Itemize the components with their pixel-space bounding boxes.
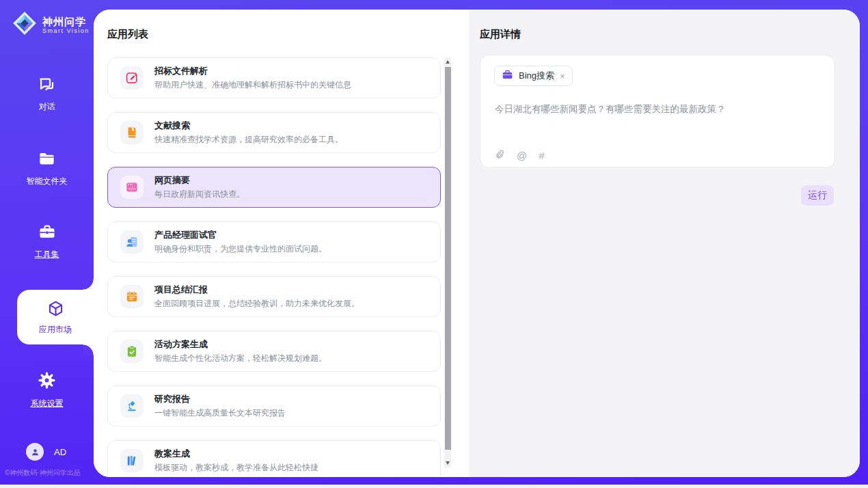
brand-subtitle: Smart Vision xyxy=(42,27,90,34)
toolbox-icon xyxy=(38,222,57,243)
tab-curve-bottom xyxy=(83,344,94,355)
hash-icon[interactable]: # xyxy=(539,150,544,161)
sidebar-item-label: 智能文件夹 xyxy=(27,176,68,187)
app-card-bid-analysis[interactable]: 招标文件解析 帮助用户快速、准确地理解和解析招标书中的关键信息 xyxy=(107,57,441,98)
scroll-down-icon[interactable] xyxy=(444,459,451,467)
app-card-title: 网页摘要 xyxy=(154,174,245,187)
diamond-logo-icon xyxy=(12,10,38,39)
attachment-toolbar: @ # xyxy=(494,149,545,162)
sidebar-item-label: 工具集 xyxy=(35,249,59,260)
app-card-web-summary[interactable]: </> 网页摘要 每日政府新闻资讯快查。 xyxy=(107,167,441,208)
prompt-card: Bing搜索 × 今日湖北有哪些新闻要点？有哪些需要关注的最新政策？ @ # xyxy=(480,55,835,168)
app-card-desc: 全面回顾项目进展，总结经验教训，助力未来优化发展。 xyxy=(154,298,360,310)
clipboard-check-icon xyxy=(120,340,144,363)
cube-icon xyxy=(46,299,65,320)
app-card-literature-search[interactable]: 文献搜索 快速精准查找学术资源，提高研究效率的必备工具。 xyxy=(107,112,441,153)
app-card-pm-interviewer[interactable]: 产品经理面试官 明确身份和职责，为您提供专业性的面试问题。 xyxy=(107,221,441,262)
app-card-desc: 每日政府新闻资讯快查。 xyxy=(154,189,245,200)
app-card-lesson-plan[interactable]: 教案生成 模板驱动，教案秒成，教学准备从此轻松快捷 xyxy=(107,440,441,477)
brand-name: 神州问学 xyxy=(42,16,90,27)
app-card-research-report[interactable]: 研究报告 一键智能生成高质量长文本研究报告 xyxy=(107,385,441,426)
app-card-desc: 快速精准查找学术资源，提高研究效率的必备工具。 xyxy=(154,134,343,146)
tab-curve-top xyxy=(83,279,94,290)
app-card-title: 招标文件解析 xyxy=(154,65,351,77)
app-card-title: 教案生成 xyxy=(154,448,318,460)
app-detail-title: 应用详情 xyxy=(480,28,521,41)
app-card-event-plan[interactable]: 活动方案生成 智能生成个性化活动方案，轻松解决规划难题。 xyxy=(107,331,441,372)
sidebar-item-label: 应用市场 xyxy=(39,324,72,336)
sidebar-item-smart-folder[interactable]: 智能文件夹 xyxy=(0,150,94,187)
sidebar-item-label: 系统设置 xyxy=(31,398,64,409)
sidebar-item-app-market[interactable]: 应用市场 xyxy=(17,290,94,344)
app-list-pane: 应用列表 招标文件解析 帮助用户快速、准确地理解和解析招标书中的关键信息 xyxy=(94,10,469,477)
close-icon[interactable]: × xyxy=(560,72,565,81)
avatar xyxy=(26,443,44,461)
sidebar-item-chat[interactable]: 对话 xyxy=(0,75,94,113)
scroll-up-icon[interactable] xyxy=(444,57,451,66)
app-card-title: 项目总结汇报 xyxy=(154,284,360,296)
at-mention-icon[interactable]: @ xyxy=(517,150,527,161)
chat-icon xyxy=(38,75,56,96)
app-card-desc: 一键智能生成高质量长文本研究报告 xyxy=(154,407,286,419)
calendar-icon xyxy=(120,285,144,308)
sidebar-item-label: 对话 xyxy=(39,101,55,113)
user-profile[interactable]: AD xyxy=(26,443,66,461)
web-code-icon: </> xyxy=(120,176,144,199)
app-card-title: 文献搜索 xyxy=(154,120,343,132)
list-scrollbar[interactable] xyxy=(444,57,451,467)
app-card-desc: 帮助用户快速、准确地理解和解析招标书中的关键信息 xyxy=(154,79,351,91)
app-card-desc: 明确身份和职责，为您提供专业性的面试问题。 xyxy=(154,243,327,255)
books-icon xyxy=(120,449,144,472)
sidebar-item-settings[interactable]: 系统设置 xyxy=(0,370,94,409)
research-icon xyxy=(120,394,144,418)
user-initials: AD xyxy=(54,447,66,457)
interviewer-icon xyxy=(120,230,144,254)
sidebar-item-toolset[interactable]: 工具集 xyxy=(0,222,94,260)
scrollbar-thumb[interactable] xyxy=(445,67,451,450)
gear-icon xyxy=(37,370,57,392)
book-icon xyxy=(120,121,144,144)
main-panel: 应用列表 招标文件解析 帮助用户快速、准确地理解和解析招标书中的关键信息 xyxy=(94,10,860,477)
app-card-desc: 智能生成个性化活动方案，轻松解决规划难题。 xyxy=(154,353,327,364)
edit-doc-icon xyxy=(120,66,144,90)
run-button[interactable]: 运行 xyxy=(801,185,834,206)
briefcase-icon xyxy=(502,69,513,83)
tool-tag-label: Bing搜索 xyxy=(519,70,554,82)
sidebar: 神州问学 Smart Vision 对话 智能文件夹 xyxy=(0,0,94,485)
prompt-input[interactable]: 今日湖北有哪些新闻要点？有哪些需要关注的最新政策？ xyxy=(495,103,816,116)
app-card-project-summary[interactable]: 项目总结汇报 全面回顾项目进展，总结经验教训，助力未来优化发展。 xyxy=(107,276,441,317)
app-card-desc: 模板驱动，教案秒成，教学准备从此轻松快捷 xyxy=(154,462,318,474)
folder-icon xyxy=(38,150,56,170)
app-card-title: 活动方案生成 xyxy=(154,338,327,351)
app-list-title: 应用列表 xyxy=(107,28,148,41)
svg-text:</>: </> xyxy=(128,187,136,191)
paperclip-icon[interactable] xyxy=(494,149,505,162)
app-card-title: 研究报告 xyxy=(154,393,286,405)
app-detail-pane: 应用详情 Bing搜索 × 今日湖北有哪些新闻要点？有哪些需要关注的最新政策？ xyxy=(469,10,860,477)
tool-tag-bing-search[interactable]: Bing搜索 × xyxy=(494,66,573,86)
copyright-text: ©神州数码·神州问学出品 xyxy=(5,468,81,478)
brand-logo: 神州问学 Smart Vision xyxy=(12,10,90,39)
bottom-strip xyxy=(0,485,868,488)
app-card-title: 产品经理面试官 xyxy=(154,229,327,241)
app-list: 招标文件解析 帮助用户快速、准确地理解和解析招标书中的关键信息 文献搜索 快速精… xyxy=(107,57,441,477)
